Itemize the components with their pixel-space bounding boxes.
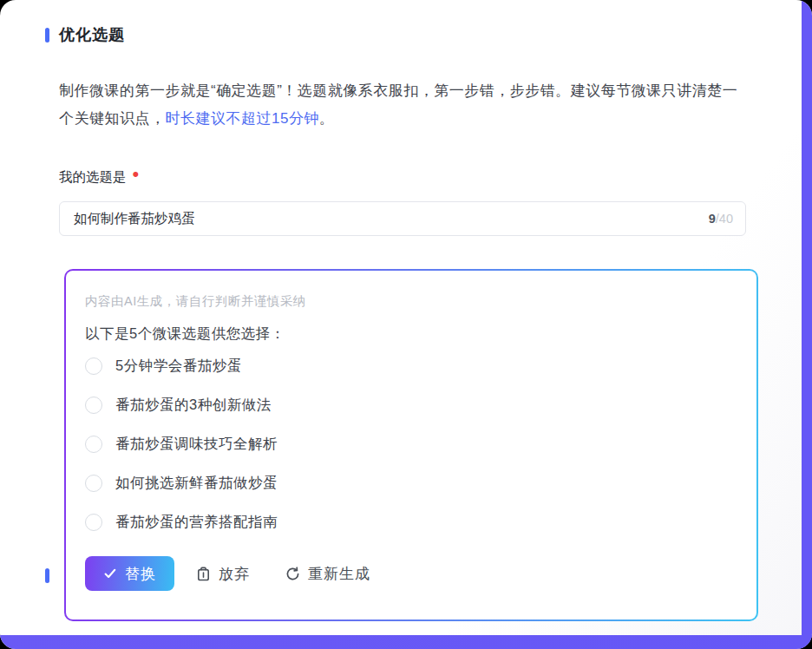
char-count-limit: /40 — [716, 212, 733, 226]
regenerate-button-label: 重新生成 — [308, 564, 370, 584]
radio-icon[interactable] — [85, 436, 102, 453]
topic-option-5[interactable]: 番茄炒蛋的营养搭配指南 — [85, 502, 736, 541]
option-label: 5分钟学会番茄炒蛋 — [115, 357, 242, 376]
intro-text-after: 。 — [319, 110, 335, 127]
required-dot: • — [133, 168, 140, 180]
option-label: 番茄炒蛋的营养搭配指南 — [115, 513, 278, 532]
radio-icon[interactable] — [85, 475, 102, 492]
section-marker — [45, 28, 49, 43]
radio-icon[interactable] — [85, 514, 102, 531]
option-label: 番茄炒蛋的3种创新做法 — [115, 396, 272, 415]
regenerate-button[interactable]: 重新生成 — [285, 564, 370, 584]
ai-disclaimer: 内容由AI生成，请自行判断并谨慎采纳 — [85, 293, 736, 310]
app-window: 优化选题 制作微课的第一步就是“确定选题”！选题就像系衣服扣，第一步错，步步错。… — [0, 0, 812, 649]
refresh-icon — [285, 566, 301, 582]
topic-input[interactable] — [74, 211, 709, 226]
discard-button[interactable]: 放弃 — [195, 564, 250, 584]
radio-icon[interactable] — [85, 397, 102, 414]
ai-suggestion-panel: 内容由AI生成，请自行判断并谨慎采纳 以下是5个微课选题供您选择： 5分钟学会番… — [64, 269, 758, 621]
char-counter: 9/40 — [709, 212, 733, 226]
topic-option-3[interactable]: 番茄炒蛋调味技巧全解析 — [85, 424, 736, 463]
char-count-current: 9 — [709, 212, 716, 226]
radio-icon[interactable] — [85, 357, 102, 375]
section-header: 优化选题 — [45, 24, 125, 45]
topic-field-label-row: 我的选题是 • — [59, 168, 139, 187]
topic-label: 我的选题是 — [59, 168, 127, 187]
trash-icon — [195, 566, 212, 582]
topic-option-2[interactable]: 番茄炒蛋的3种创新做法 — [85, 385, 736, 424]
topic-option-4[interactable]: 如何挑选新鲜番茄做炒蛋 — [85, 463, 736, 502]
option-label: 如何挑选新鲜番茄做炒蛋 — [115, 474, 278, 493]
discard-button-label: 放弃 — [219, 564, 250, 584]
window-border-bottom — [0, 635, 812, 649]
check-icon — [103, 567, 117, 580]
ai-options-intro: 以下是5个微课选题供您选择： — [85, 324, 736, 344]
option-label: 番茄炒蛋调味技巧全解析 — [115, 435, 278, 454]
intro-highlight-text: 时长建议不超过15分钟 — [166, 110, 319, 127]
intro-paragraph: 制作微课的第一步就是“确定选题”！选题就像系衣服扣，第一步错，步步错。建议每节微… — [59, 77, 746, 133]
topic-option-1[interactable]: 5分钟学会番茄炒蛋 — [85, 346, 736, 385]
section-title: 优化选题 — [59, 24, 125, 45]
topic-input-box[interactable]: 9/40 — [59, 201, 746, 236]
window-border-right — [802, 0, 812, 649]
ai-actions-row: 替换 放弃 — [85, 556, 736, 591]
replace-button-label: 替换 — [125, 564, 156, 584]
section-marker-2 — [45, 568, 49, 583]
intro-text-before: 制作微课的第一步就是“确定选题”！选题就像系衣服扣，第一步错，步步错。建议每节微… — [59, 82, 737, 127]
replace-button[interactable]: 替换 — [85, 556, 174, 591]
ai-panel-body: 内容由AI生成，请自行判断并谨慎采纳 以下是5个微课选题供您选择： 5分钟学会番… — [66, 271, 756, 620]
topic-options-list: 5分钟学会番茄炒蛋 番茄炒蛋的3种创新做法 番茄炒蛋调味技巧全解析 如何挑选新鲜… — [85, 346, 736, 541]
